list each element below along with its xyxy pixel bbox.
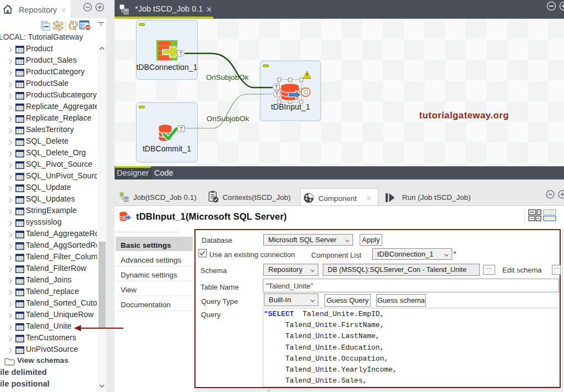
svg-text:T: T: [275, 84, 278, 90]
svg-text:T: T: [180, 126, 183, 132]
svg-text:T: T: [275, 91, 279, 97]
svg-text:T: T: [180, 51, 183, 56]
